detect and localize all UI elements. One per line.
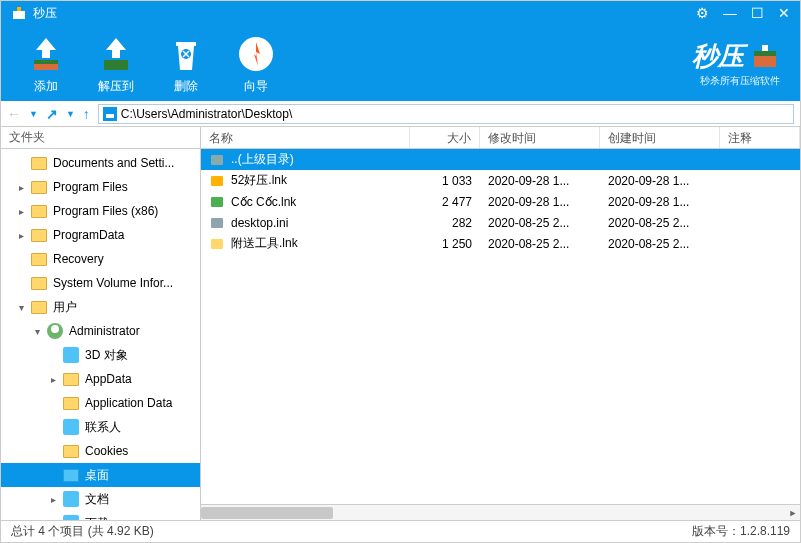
address-path: C:\Users\Administrator\Desktop\: [121, 107, 292, 121]
tree-item[interactable]: ▸AppData: [1, 367, 200, 391]
col-comment[interactable]: 注释: [720, 127, 800, 148]
tree-item-label: 文档: [85, 491, 109, 508]
tree-item[interactable]: ▸文档: [1, 487, 200, 511]
folder-icon: [31, 157, 47, 170]
tree-item[interactable]: ▸Program Files: [1, 175, 200, 199]
column-headers[interactable]: 名称 大小 修改时间 创建时间 注释: [201, 127, 800, 149]
folder-icon: [63, 469, 79, 482]
expander-icon[interactable]: ▾: [19, 302, 31, 313]
up-button[interactable]: ↑: [83, 106, 90, 122]
svg-rect-12: [754, 51, 776, 56]
file-size: 2 477: [410, 195, 480, 209]
maximize-button[interactable]: ☐: [751, 5, 764, 21]
expander-icon[interactable]: ▸: [19, 182, 31, 193]
file-icon: [209, 152, 225, 168]
brand-title: 秒压: [692, 39, 744, 74]
file-name: Cốc Cốc.lnk: [231, 195, 296, 209]
col-size[interactable]: 大小: [410, 127, 480, 148]
status-right: 版本号：1.2.8.119: [692, 523, 790, 540]
file-name: desktop.ini: [231, 216, 288, 230]
status-left: 总计 4 个项目 (共 4.92 KB): [11, 523, 154, 540]
file-row[interactable]: desktop.ini2822020-08-25 2...2020-08-25 …: [201, 212, 800, 233]
back-button[interactable]: ←: [7, 106, 21, 122]
file-ctime: 2020-09-28 1...: [600, 174, 720, 188]
tree-item[interactable]: ▸ProgramData: [1, 223, 200, 247]
expander-icon[interactable]: ▸: [19, 206, 31, 217]
tree-item-label: Cookies: [85, 444, 128, 458]
folder-icon: [31, 181, 47, 194]
scroll-right-icon[interactable]: ►: [786, 507, 800, 519]
svg-rect-6: [104, 60, 128, 70]
tree-item-label: Administrator: [69, 324, 140, 338]
file-size: 1 033: [410, 174, 480, 188]
file-row[interactable]: 附送工具.lnk1 2502020-08-25 2...2020-08-25 2…: [201, 233, 800, 254]
file-size: 282: [410, 216, 480, 230]
tree-item[interactable]: Documents and Setti...: [1, 151, 200, 175]
wizard-button[interactable]: 向导: [221, 32, 291, 95]
folder-icon: [63, 397, 79, 410]
folder-icon: [63, 347, 79, 363]
tree-item[interactable]: ▾Administrator: [1, 319, 200, 343]
window-title: 秒压: [33, 5, 696, 22]
tree-item[interactable]: Cookies: [1, 439, 200, 463]
delete-button[interactable]: 删除: [151, 32, 221, 95]
tree-item[interactable]: 3D 对象: [1, 343, 200, 367]
folder-icon: [31, 301, 47, 314]
minimize-button[interactable]: —: [723, 5, 737, 21]
extract-to-button[interactable]: 解压到: [81, 32, 151, 95]
tree-item[interactable]: 桌面: [1, 463, 200, 487]
expander-icon[interactable]: ▸: [19, 230, 31, 241]
tree-item[interactable]: System Volume Infor...: [1, 271, 200, 295]
col-ctime[interactable]: 创建时间: [600, 127, 720, 148]
extract-icon: [94, 32, 138, 76]
file-mtime: 2020-09-28 1...: [480, 174, 600, 188]
statusbar: 总计 4 个项目 (共 4.92 KB) 版本号：1.2.8.119: [1, 520, 800, 542]
file-name: 附送工具.lnk: [231, 235, 298, 252]
file-mtime: 2020-09-28 1...: [480, 195, 600, 209]
forward-dropdown[interactable]: ▼: [66, 109, 75, 119]
svg-rect-4: [34, 60, 58, 64]
close-button[interactable]: ✕: [778, 5, 790, 21]
tree-item[interactable]: Recovery: [1, 247, 200, 271]
folder-tree[interactable]: Documents and Setti...▸Program Files▸Pro…: [1, 149, 200, 520]
file-row[interactable]: 52好压.lnk1 0332020-09-28 1...2020-09-28 1…: [201, 170, 800, 191]
col-mtime[interactable]: 修改时间: [480, 127, 600, 148]
svg-marker-5: [106, 38, 126, 58]
toolbar: 添加 解压到 删除 向导 秒压 秒杀所有压缩软件: [1, 25, 800, 101]
tree-item[interactable]: ▸Program Files (x86): [1, 199, 200, 223]
add-button[interactable]: 添加: [11, 32, 81, 95]
folder-icon: [31, 229, 47, 242]
expander-icon[interactable]: ▸: [51, 494, 63, 505]
horizontal-scrollbar[interactable]: ◄ ►: [201, 504, 800, 520]
tree-item[interactable]: 联系人: [1, 415, 200, 439]
file-row[interactable]: ..(上级目录): [201, 149, 800, 170]
tree-item-label: Documents and Setti...: [53, 156, 174, 170]
wizard-icon: [234, 32, 278, 76]
settings-button[interactable]: ⚙: [696, 5, 709, 21]
expander-icon[interactable]: ▸: [51, 374, 63, 385]
address-bar[interactable]: C:\Users\Administrator\Desktop\: [98, 104, 794, 124]
tree-item[interactable]: Application Data: [1, 391, 200, 415]
expander-icon[interactable]: ▾: [35, 326, 47, 337]
titlebar: 秒压 ⚙ — ☐ ✕: [1, 1, 800, 25]
forward-button[interactable]: ↗: [46, 106, 58, 122]
file-list[interactable]: ..(上级目录)52好压.lnk1 0332020-09-28 1...2020…: [201, 149, 800, 504]
file-size: 1 250: [410, 237, 480, 251]
file-row[interactable]: Cốc Cốc.lnk2 4772020-09-28 1...2020-09-2…: [201, 191, 800, 212]
tree-item-label: Application Data: [85, 396, 172, 410]
col-name[interactable]: 名称: [201, 127, 410, 148]
svg-rect-19: [211, 218, 223, 228]
svg-rect-13: [762, 45, 768, 51]
scroll-thumb[interactable]: [201, 507, 333, 519]
svg-rect-16: [211, 155, 223, 165]
tree-item[interactable]: ▾用户: [1, 295, 200, 319]
back-dropdown[interactable]: ▼: [29, 109, 38, 119]
folder-icon: [47, 323, 63, 339]
tree-item-label: 桌面: [85, 467, 109, 484]
tree-item-label: Program Files (x86): [53, 204, 158, 218]
file-ctime: 2020-08-25 2...: [600, 216, 720, 230]
tree-item[interactable]: ▸下载: [1, 511, 200, 520]
folder-icon: [63, 445, 79, 458]
add-icon: [24, 32, 68, 76]
app-icon: [11, 5, 27, 21]
